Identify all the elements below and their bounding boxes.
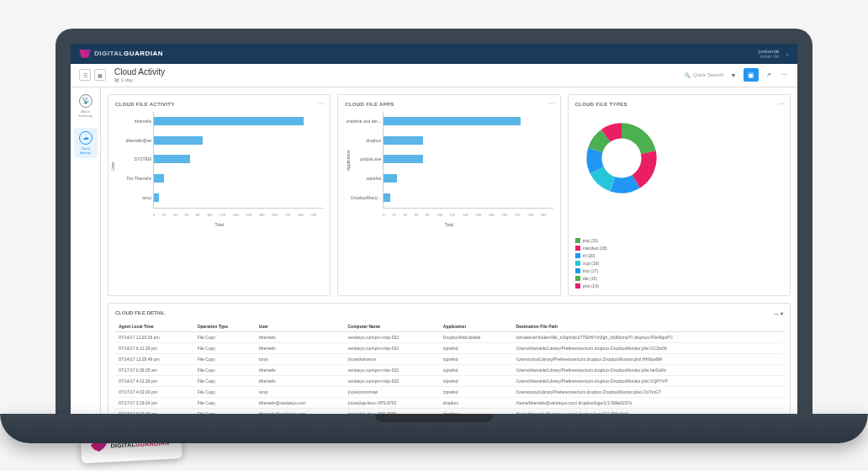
bar-row: Tim.Themelis bbox=[154, 172, 323, 184]
card-menu-icon[interactable]: ⋯ ▾ bbox=[774, 310, 783, 316]
guardian-wing-icon bbox=[79, 50, 91, 58]
column-header[interactable]: Operation Type bbox=[194, 321, 256, 332]
sidebar-item-alarm[interactable]: 📡 Alarm Summary bbox=[74, 94, 98, 118]
brand-suffix: GUARDIAN bbox=[124, 50, 163, 57]
chart-legend: png (31)manifest (28)rtf (20)xcpt (18)tm… bbox=[575, 238, 783, 288]
more-icon[interactable]: ⋯ bbox=[779, 70, 789, 80]
apps-bar-chart: Application onedrive and win...dropboxou… bbox=[345, 112, 553, 225]
cloud-activity-icon: ☁ bbox=[79, 131, 93, 145]
card-menu-icon[interactable]: ⋯ bbox=[548, 100, 555, 108]
bar-row: onedrive and win... bbox=[384, 115, 553, 127]
bar-row: outlook.exe bbox=[384, 153, 553, 165]
bar-row: SYSTEM bbox=[154, 153, 323, 165]
table-row[interactable]: 07/17/17 4:02:29 pmFile Copytonyt(none)\… bbox=[115, 386, 783, 397]
bar-row: tthemelis@ve bbox=[154, 135, 323, 146]
file-types-donut-chart bbox=[575, 112, 668, 204]
legend-item: rtf (20) bbox=[575, 253, 783, 258]
filter-button[interactable]: ▣ bbox=[744, 68, 759, 82]
brand-logo: DIGITALGUARDIAN bbox=[79, 50, 163, 58]
card-menu-icon[interactable]: ⋯ bbox=[778, 100, 785, 108]
search-input[interactable]: 🔍 Quick Search bbox=[685, 72, 723, 78]
table-row[interactable]: 07/17/17 3:18:24 pmFile Copytthemelis@ve… bbox=[115, 397, 783, 408]
home-icon[interactable]: ⌂ bbox=[786, 51, 789, 56]
alarm-icon: 📡 bbox=[79, 94, 93, 108]
cloud-file-apps-card: CLOUD FILE APPS ⋯ Application onedrive a… bbox=[337, 94, 560, 296]
legend-item: plist (14) bbox=[575, 283, 783, 288]
activity-bar-chart: User tthemelistthemelis@veSYSTEMTim.Them… bbox=[115, 112, 323, 225]
bar-row: stprefsd bbox=[384, 172, 553, 184]
legend-item: manifest (28) bbox=[575, 246, 783, 251]
table-row[interactable]: 07/14/17 6:12:29 pmFile Copytthemelisver… bbox=[115, 342, 783, 353]
subheader: ☰ ▦ Cloud Activity ▤ 1 day 🔍 Quick Searc… bbox=[71, 64, 797, 87]
table-row[interactable]: 07/17/17 6:39:25 amFile Copytthemelisver… bbox=[115, 364, 783, 375]
table-row[interactable]: 07/14/17 12:28:49 pmFile Copytonyt(none)… bbox=[115, 353, 783, 364]
legend-item: xcpt (18) bbox=[575, 261, 783, 266]
column-header[interactable]: Computer Name bbox=[345, 321, 440, 332]
share-icon[interactable]: ↗ bbox=[764, 70, 774, 80]
card-menu-icon[interactable]: ⋯ bbox=[318, 100, 325, 108]
toolbar-view-icon[interactable]: ☰ bbox=[79, 69, 91, 81]
left-sidebar: 📡 Alarm Summary ☁ Cloud Activity bbox=[71, 87, 101, 414]
filter-icon[interactable]: ▼ bbox=[728, 70, 738, 80]
table-row[interactable]: 07/14/17 12:20:26 pmFile Copytthemelisve… bbox=[115, 331, 783, 342]
cloud-file-detail-table: Agent Local TimeOperation TypeUserComput… bbox=[115, 321, 783, 414]
cloud-file-activity-card: CLOUD FILE ACTIVITY ⋯ User tthemelistthe… bbox=[108, 94, 331, 296]
column-header[interactable]: Application bbox=[440, 321, 513, 332]
legend-item: png (31) bbox=[575, 238, 783, 243]
sidebar-item-cloud[interactable]: ☁ Cloud Activity bbox=[74, 128, 98, 158]
legend-item: dat (15) bbox=[575, 276, 783, 281]
app-topbar: DIGITALGUARDIAN jvaloerde Admin NA ⌂ bbox=[71, 44, 797, 64]
page-subtitle: ▤ 1 day bbox=[114, 77, 165, 82]
bar-row: tthemelis bbox=[154, 115, 323, 127]
legend-item: tmp (17) bbox=[575, 268, 783, 273]
column-header[interactable]: User bbox=[256, 321, 345, 332]
cloud-file-detail-card: CLOUD FILE DETAIL ⋯ ▾ Agent Local TimeOp… bbox=[108, 303, 791, 414]
bar-row: dropbox bbox=[384, 135, 553, 146]
column-header[interactable]: Agent Local Time bbox=[115, 321, 194, 332]
toolbar-dashboard-icon[interactable]: ▦ bbox=[94, 69, 106, 81]
bar-row: tonyt bbox=[154, 192, 323, 204]
search-icon: 🔍 bbox=[685, 72, 691, 78]
cloud-file-types-card: CLOUD FILE TYPES ⋯ png (31)manifest (28)… bbox=[568, 94, 791, 296]
table-row[interactable]: 07/14/17 4:01:29 pmFile Copytthemelisver… bbox=[115, 375, 783, 386]
column-header[interactable]: Destination File Path bbox=[513, 321, 783, 332]
svg-point-0 bbox=[601, 138, 641, 177]
brand-prefix: DIGITAL bbox=[94, 50, 124, 57]
page-title: Cloud Activity bbox=[114, 67, 165, 77]
bar-row: DropboxMacU... bbox=[384, 192, 553, 204]
user-menu[interactable]: jvaloerde Admin NA ⌂ bbox=[759, 49, 789, 59]
